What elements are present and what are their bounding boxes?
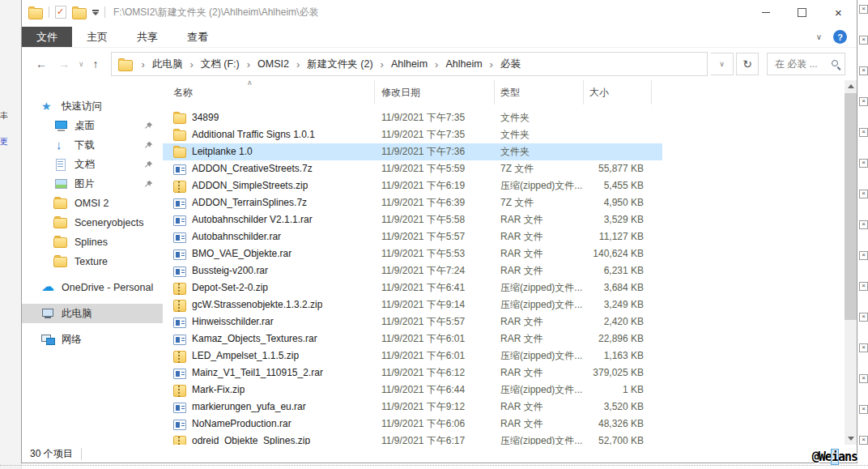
- sidebar-item-icon: [54, 158, 68, 171]
- sidebar-item[interactable]: OMSI 2: [22, 194, 163, 213]
- vertical-scrollbar[interactable]: [845, 80, 857, 445]
- back-button[interactable]: ←: [32, 58, 51, 70]
- sidebar-item[interactable]: Texture: [22, 252, 163, 271]
- sidebar-item-icon: [41, 333, 55, 346]
- title-bar[interactable]: F:\OMSI2\新建文件夹 (2)\Ahlheim\Ahlheim\必装 ×: [22, 0, 857, 24]
- sidebar-item-icon: [54, 237, 68, 249]
- file-type: RAR 文件: [495, 211, 584, 228]
- main-area: 快速访问 桌面 下载: [22, 80, 857, 445]
- file-type-icon: [173, 385, 186, 397]
- ribbon-tab[interactable]: 主页: [72, 27, 122, 47]
- column-header-type[interactable]: 类型: [495, 80, 584, 104]
- ribbon-tab[interactable]: 文件: [22, 27, 72, 47]
- table-row[interactable]: Additional Traffic Signs 1.0.1 11/9/2021…: [163, 126, 662, 143]
- table-row[interactable]: ADDON_SimpleStreets.zip 11/9/2021 下午6:19…: [163, 177, 662, 194]
- window-controls: ×: [747, 0, 857, 24]
- address-dropdown-icon[interactable]: ∨: [711, 53, 734, 75]
- close-button[interactable]: ×: [820, 0, 857, 24]
- table-row[interactable]: odreid_Objekte_Splines.zip 11/9/2021 下午6…: [163, 433, 662, 445]
- table-row[interactable]: Kamaz_Objects_Textures.rar 11/9/2021 下午6…: [163, 330, 662, 347]
- file-name: Autobahnschilder.rar: [192, 228, 281, 245]
- breadcrumb-item[interactable]: Ahlheim: [373, 58, 428, 70]
- sidebar-item[interactable]: Splines: [22, 232, 163, 252]
- table-row[interactable]: Mainz_V1_Teil1_110915_2.rar 11/9/2021 下午…: [163, 365, 662, 382]
- file-name: NoNameProduction.rar: [192, 416, 291, 433]
- table-row[interactable]: Depot-Set-2-0.zip 11/9/2021 下午6:41 压缩(zi…: [163, 279, 662, 296]
- sidebar-item[interactable]: 下载: [22, 135, 163, 155]
- breadcrumb-item[interactable]: Ahlheim: [428, 58, 483, 70]
- breadcrumb-item[interactable]: 文档 (F:): [182, 58, 239, 71]
- ribbon-tab[interactable]: 共享: [122, 27, 172, 47]
- file-name-cell: gcW.Strassenobjekte.1.3.2.zip: [163, 296, 375, 313]
- table-row[interactable]: gcW.Strassenobjekte.1.3.2.zip 11/9/2021 …: [163, 296, 662, 313]
- sidebar-item-icon: [54, 217, 68, 230]
- table-row[interactable]: Mark-Fix.zip 11/9/2021 下午6:44 压缩(zipped)…: [163, 382, 662, 399]
- new-folder-icon[interactable]: [72, 8, 87, 19]
- breadcrumb-item[interactable]: OMSI2: [240, 58, 289, 70]
- table-row[interactable]: markierungen_yufa_eu.rar 11/9/2021 下午9:1…: [163, 399, 662, 416]
- breadcrumb-item[interactable]: 此电脑: [134, 58, 183, 71]
- sidebar-item[interactable]: Sceneryobjects: [22, 213, 163, 232]
- table-row[interactable]: Autobahnschilder.rar 11/9/2021 下午5:57 RA…: [163, 228, 662, 245]
- search-icon[interactable]: [830, 58, 841, 70]
- maximize-button[interactable]: [784, 0, 820, 24]
- file-name-cell: Leitplanke 1.0: [163, 143, 375, 160]
- scroll-up-icon[interactable]: [845, 80, 857, 92]
- table-row[interactable]: NoNameProduction.rar 11/9/2021 下午6:06 RA…: [163, 416, 662, 433]
- file-name-cell: Bussteig-v200.rar: [163, 262, 375, 279]
- forward-button[interactable]: →: [54, 58, 74, 70]
- breadcrumb-item[interactable]: 新建文件夹 (2): [289, 58, 373, 71]
- column-header-date[interactable]: 修改日期: [375, 80, 495, 104]
- table-row[interactable]: LED_Ampelset_1.1.5.zip 11/9/2021 下午6:01 …: [163, 347, 662, 365]
- file-name-cell: markierungen_yufa_eu.rar: [163, 399, 375, 416]
- column-header-name[interactable]: 名称: [163, 80, 375, 104]
- scrollbar-thumb[interactable]: [845, 93, 857, 320]
- sidebar-item[interactable]: 网络: [22, 330, 163, 349]
- table-row[interactable]: ADDON_CreativeStreets.7z 11/9/2021 下午5:5…: [163, 160, 662, 177]
- file-type: 7Z 文件: [495, 160, 584, 177]
- table-row[interactable]: 34899 11/9/2021 下午7:35 文件夹: [163, 109, 662, 126]
- sidebar-item[interactable]: 文档: [22, 155, 163, 174]
- file-type-icon: [173, 164, 186, 175]
- table-row[interactable]: Leitplanke 1.0 11/9/2021 下午7:36 文件夹: [163, 143, 662, 160]
- minimize-button[interactable]: [747, 0, 784, 24]
- refresh-icon[interactable]: ↻: [736, 53, 759, 75]
- location-folder-icon: [118, 60, 133, 71]
- broken-image-icon: ×: [859, 282, 868, 291]
- breadcrumb-item[interactable]: 必装: [483, 58, 521, 71]
- file-type: RAR 文件: [495, 365, 584, 382]
- file-type-icon: [173, 335, 186, 345]
- sidebar-item[interactable]: 桌面: [22, 116, 163, 135]
- table-row[interactable]: BMO_VAE_Objekte.rar 11/9/2021 下午5:53 RAR…: [163, 245, 662, 262]
- scroll-down-icon[interactable]: [845, 433, 857, 445]
- address-bar[interactable]: 此电脑 文档 (F:) OMSI2 新建文件夹 (2) Ahlheim Ahlh…: [111, 52, 708, 76]
- sidebar-item[interactable]: 快速访问: [22, 96, 163, 116]
- file-name-cell: Mainz_V1_Teil1_110915_2.rar: [163, 365, 375, 382]
- column-header-size[interactable]: 大小: [584, 80, 652, 104]
- file-type: RAR 文件: [495, 245, 584, 262]
- search-box[interactable]: [767, 53, 845, 75]
- sidebar-item[interactable]: 此电脑: [22, 304, 163, 323]
- column-header-label: 大小: [589, 86, 609, 100]
- sidebar-item[interactable]: OneDrive - Personal: [22, 278, 163, 297]
- table-row[interactable]: Autobahnschilder V2.1.1.rar 11/9/2021 下午…: [163, 211, 662, 228]
- up-button[interactable]: ↑: [89, 58, 103, 70]
- help-icon[interactable]: ?: [833, 30, 847, 44]
- search-input[interactable]: [773, 58, 830, 70]
- maximize-icon: [798, 8, 806, 17]
- table-row[interactable]: Bussteig-v200.rar 11/9/2021 下午7:24 RAR 文…: [163, 262, 662, 279]
- file-name: odreid_Objekte_Splines.zip: [192, 433, 310, 445]
- recent-locations-icon[interactable]: ∨: [77, 60, 86, 68]
- status-bar: 30 个项目: [22, 445, 857, 463]
- file-size: 140,624 KB: [584, 245, 652, 262]
- table-row[interactable]: ADDON_TerrainSplines.7z 11/9/2021 下午6:39…: [163, 194, 662, 211]
- ribbon-tab[interactable]: 查看: [172, 27, 223, 47]
- table-row[interactable]: Hinweisschilder.rar 11/9/2021 下午5:57 RAR…: [163, 313, 662, 330]
- sidebar-item[interactable]: 图片: [22, 174, 163, 194]
- file-name: Autobahnschilder V2.1.1.rar: [192, 211, 313, 228]
- collapse-ribbon-icon[interactable]: ∨: [816, 32, 822, 41]
- file-name-cell: Depot-Set-2-0.zip: [163, 279, 375, 296]
- breadcrumb-label: 新建文件夹 (2): [307, 58, 372, 71]
- properties-check-icon[interactable]: [55, 6, 66, 19]
- customize-toolbar-icon[interactable]: [92, 10, 99, 15]
